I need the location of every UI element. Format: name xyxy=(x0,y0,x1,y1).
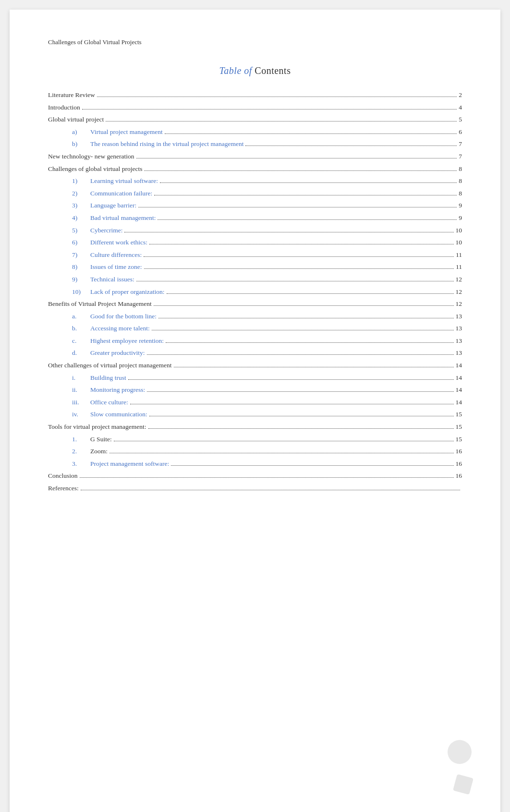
toc-index: a. xyxy=(72,311,90,322)
toc-row: 1.G Suite:15 xyxy=(48,434,462,445)
toc-dots xyxy=(160,182,457,183)
toc-row: a.Good for the bottom line:13 xyxy=(48,311,462,322)
toc-index: 8) xyxy=(72,262,90,272)
toc-entry-label: Literature Review xyxy=(48,90,95,100)
toc-entry-label: Technical issues: xyxy=(90,274,134,285)
toc-entries-container: Literature Review2Introduction4Global vi… xyxy=(48,90,462,494)
toc-entry-label: Tools for virtual project management: xyxy=(48,422,146,432)
toc-title: Table of Contents xyxy=(48,65,462,76)
toc-page-num: 9 xyxy=(459,200,462,211)
toc-index: 3) xyxy=(72,200,90,211)
toc-entry-label: Cybercrime: xyxy=(90,225,122,236)
toc-page-num: 8 xyxy=(459,188,462,199)
toc-index: a) xyxy=(72,127,90,137)
toc-page-num: 12 xyxy=(456,274,462,285)
toc-dots xyxy=(128,379,454,380)
toc-heading-table: Table of xyxy=(219,65,252,76)
toc-dots xyxy=(144,256,454,257)
toc-entry-label: Building trust xyxy=(90,373,126,383)
page-header: Challenges of Global Virtual Projects xyxy=(48,38,462,46)
toc-entry-label: Zoom: xyxy=(90,446,108,457)
toc-page-num: 13 xyxy=(456,311,462,322)
toc-row: 4)Bad virtual management:9 xyxy=(48,213,462,223)
watermark-2 xyxy=(453,774,474,795)
toc-dots xyxy=(165,133,457,134)
toc-entry-label: Lack of proper organization: xyxy=(90,287,165,297)
toc-index: b. xyxy=(72,323,90,334)
toc-dots xyxy=(80,477,454,478)
toc-page-num: 15 xyxy=(456,434,462,445)
toc-page-num: 12 xyxy=(456,299,462,309)
toc-heading: Table of Contents xyxy=(48,65,462,76)
toc-page-num: 13 xyxy=(456,348,462,358)
toc-page-num: 14 xyxy=(456,373,462,383)
toc-row: Conclusion16 xyxy=(48,471,462,481)
toc-row: New technology- new generation7 xyxy=(48,151,462,162)
toc-dots xyxy=(144,268,454,269)
toc-page-num: 15 xyxy=(456,409,462,420)
toc-index: 5) xyxy=(72,225,90,236)
toc-index: i. xyxy=(72,373,90,383)
toc-entry-label: Conclusion xyxy=(48,471,78,481)
toc-entry-label: Accessing more talent: xyxy=(90,323,150,334)
toc-dots xyxy=(124,232,453,232)
toc-row: 3)Language barrier:9 xyxy=(48,200,462,211)
toc-index: 9) xyxy=(72,274,90,285)
toc-dots xyxy=(245,145,457,146)
toc-dots xyxy=(148,428,454,429)
toc-index: 10) xyxy=(72,287,90,297)
toc-page-num: 7 xyxy=(459,151,462,162)
toc-row: 3.Project management software:16 xyxy=(48,459,462,469)
toc-dots xyxy=(97,97,457,97)
toc-page-num: 11 xyxy=(456,262,462,272)
toc-page-num: 14 xyxy=(456,385,462,395)
toc-dots xyxy=(158,219,457,220)
toc-row: 7)Culture differences:11 xyxy=(48,250,462,260)
toc-index: d. xyxy=(72,348,90,358)
toc-page-num: 7 xyxy=(459,139,462,149)
toc-row: Global virtual project5 xyxy=(48,114,462,125)
toc-row: 2)Communication failure:8 xyxy=(48,188,462,199)
toc-row: 10)Lack of proper organization:12 xyxy=(48,287,462,297)
toc-dots xyxy=(147,391,453,392)
toc-row: Benefits of Virtual Project Management12 xyxy=(48,299,462,309)
toc-row: 8)Issues of time zone:11 xyxy=(48,262,462,272)
toc-entry-label: Issues of time zone: xyxy=(90,262,142,272)
toc-entry-label: New technology- new generation xyxy=(48,151,134,162)
toc-dots xyxy=(154,305,454,306)
toc-dots xyxy=(166,342,454,343)
toc-entry-label: Slow communication: xyxy=(90,409,147,420)
toc-row: a)Virtual project management6 xyxy=(48,127,462,137)
toc-entry-label: Different work ethics: xyxy=(90,237,147,248)
toc-row: 9)Technical issues:12 xyxy=(48,274,462,285)
toc-page-num: 16 xyxy=(456,446,462,457)
toc-dots xyxy=(81,490,460,490)
toc-page-num: 13 xyxy=(456,336,462,346)
toc-page-num: 14 xyxy=(456,360,462,371)
toc-dots xyxy=(174,367,454,367)
toc-entry-label: The reason behind rising in the virtual … xyxy=(90,139,243,149)
toc-page-num: 10 xyxy=(456,237,462,248)
toc-index: 2) xyxy=(72,188,90,199)
toc-entry-label: References: xyxy=(48,483,79,494)
toc-page-num: 9 xyxy=(459,213,462,223)
toc-page-num: 8 xyxy=(459,176,462,186)
toc-page-num: 6 xyxy=(459,127,462,137)
toc-index: iv. xyxy=(72,409,90,420)
toc-page-num: 13 xyxy=(456,323,462,334)
toc-heading-contents: Contents xyxy=(252,65,291,76)
toc-index: 1. xyxy=(72,434,90,445)
toc-dots xyxy=(147,354,454,355)
toc-row: Introduction4 xyxy=(48,102,462,113)
toc-row: 2.Zoom:16 xyxy=(48,446,462,457)
toc-entry-label: Benefits of Virtual Project Management xyxy=(48,299,152,309)
toc-dots xyxy=(136,281,454,281)
toc-dots xyxy=(167,293,454,294)
toc-dots xyxy=(136,158,457,158)
toc-dots xyxy=(158,318,454,318)
toc-entry-label: Other challenges of virtual project mana… xyxy=(48,360,172,371)
toc-row: 1)Learning virtual software:8 xyxy=(48,176,462,186)
toc-entry-label: Monitoring progress: xyxy=(90,385,145,395)
toc-entry-label: Office culture: xyxy=(90,397,128,408)
toc-entry-label: Learning virtual software: xyxy=(90,176,158,186)
